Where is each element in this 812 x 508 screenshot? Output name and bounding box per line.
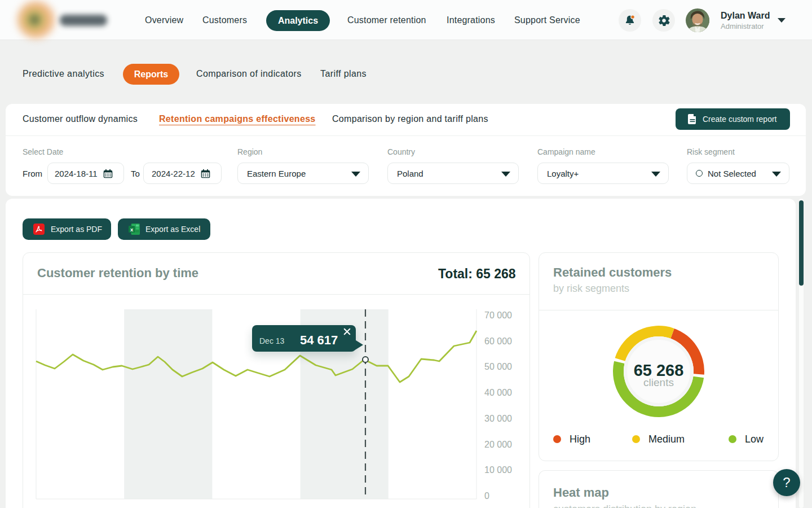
svg-text:x: x xyxy=(130,226,134,233)
